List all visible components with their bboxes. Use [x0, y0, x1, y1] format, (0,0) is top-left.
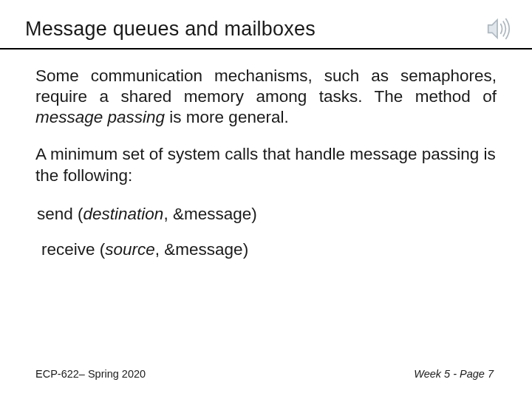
- p1-text-a: Some communication mechanisms, such as s…: [35, 66, 497, 106]
- title-row: Message queues and mailboxes: [0, 0, 532, 50]
- syscall-receive: receive (source, &message): [35, 239, 497, 260]
- receive-arg: source: [105, 240, 155, 259]
- footer-right: Week 5 - Page 7: [414, 368, 494, 380]
- slide-title: Message queues and mailboxes: [25, 18, 532, 41]
- slide-content: Some communication mechanisms, such as s…: [0, 50, 532, 260]
- slide: Message queues and mailboxes Some commun…: [0, 0, 532, 399]
- receive-keyword: receive (: [41, 240, 105, 259]
- p1-text-italic: message passing: [35, 108, 165, 126]
- send-tail: , &message): [163, 205, 256, 223]
- send-keyword: send (: [37, 205, 83, 223]
- send-arg: destination: [83, 205, 164, 223]
- paragraph-1: Some communication mechanisms, such as s…: [35, 66, 497, 128]
- footer-left: ECP-622– Spring 2020: [35, 368, 146, 380]
- receive-tail: , &message): [155, 240, 248, 259]
- footer: ECP-622– Spring 2020 Week 5 - Page 7: [0, 368, 532, 380]
- paragraph-2: A minimum set of system calls that handl…: [35, 144, 497, 185]
- syscall-send: send (destination, &message): [35, 204, 497, 225]
- p1-text-c: is more general.: [165, 108, 289, 126]
